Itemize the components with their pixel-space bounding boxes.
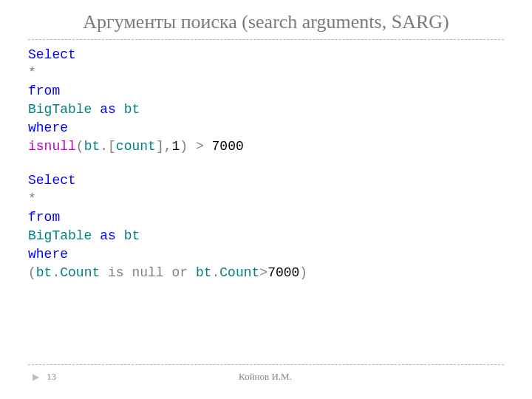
kw-select2: Select — [28, 173, 76, 188]
paren-open: ( — [76, 139, 84, 154]
kw-from: from — [28, 83, 60, 98]
kw-where2: where — [28, 247, 68, 262]
isnull-or: is null or — [100, 265, 196, 280]
paren-close: ) — [180, 139, 188, 154]
page-number: 13 — [47, 371, 56, 383]
default-val: 1 — [172, 139, 180, 154]
comma: , — [164, 139, 172, 154]
nav-arrow-icon: ▶ — [33, 372, 39, 383]
star2: * — [28, 191, 36, 206]
dot: . — [100, 139, 108, 154]
slide-title: Аргументы поиска (search arguments, SARG… — [28, 10, 504, 35]
kw-from2: from — [28, 210, 60, 225]
star: * — [28, 65, 36, 80]
code-block-1: Select * from BigTable as bt where isnul… — [28, 46, 504, 156]
kw-as: as — [100, 102, 116, 117]
author-name: Койнов И.М. — [239, 371, 292, 383]
dot2b: . — [211, 265, 219, 280]
col-count: count — [116, 139, 156, 154]
paren-open2: ( — [28, 265, 36, 280]
footer-divider — [28, 364, 504, 365]
val-7000b: 7000 — [267, 265, 299, 280]
br-open: [ — [108, 139, 116, 154]
alias: bt — [124, 102, 140, 117]
func-isnull: isnull — [28, 139, 76, 154]
val-7000: 7000 — [212, 139, 244, 154]
alias2: bt — [124, 228, 140, 243]
gt-op2: > — [259, 265, 267, 280]
bt-ref2b: bt — [196, 265, 212, 280]
col-count2b: Count — [219, 265, 259, 280]
table-name: BigTable — [28, 102, 92, 117]
kw-select: Select — [28, 47, 76, 62]
dot2a: . — [52, 265, 60, 280]
table-name2: BigTable — [28, 228, 92, 243]
title-divider — [28, 39, 504, 40]
footer: ▶ 13 Койнов И.М. — [28, 364, 504, 383]
code-block-2: Select * from BigTable as bt where (bt.C… — [28, 171, 504, 282]
bt-ref2a: bt — [36, 265, 52, 280]
kw-where: where — [28, 120, 68, 135]
bt-ref: bt — [84, 139, 100, 154]
kw-as2: as — [100, 228, 116, 243]
col-count2a: Count — [60, 265, 100, 280]
br-close: ] — [156, 139, 164, 154]
gt-op: > — [188, 139, 211, 154]
paren-close2: ) — [299, 265, 307, 280]
